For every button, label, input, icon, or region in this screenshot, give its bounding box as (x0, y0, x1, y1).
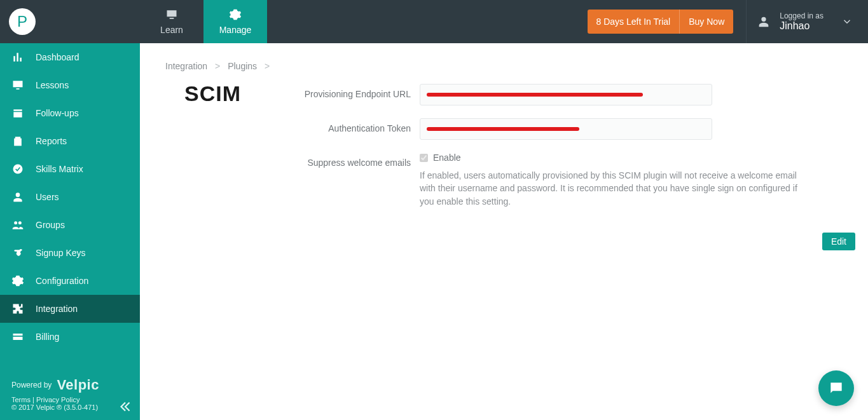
sidebar-item-label: Configuration (36, 276, 88, 286)
people-icon (11, 219, 24, 231)
screen-icon (11, 79, 24, 91)
enable-checkbox[interactable] (420, 154, 428, 162)
sidebar-item-groups[interactable]: Groups (0, 211, 140, 239)
card-icon (11, 330, 24, 343)
user-menu[interactable]: Logged in as Jinhao (746, 0, 868, 43)
collapse-sidebar-button[interactable] (117, 398, 134, 411)
powered-by: Powered by Velpic (11, 377, 134, 393)
person-icon (11, 191, 24, 203)
sidebar-item-followups[interactable]: Follow-ups (0, 99, 140, 127)
row-suppress: Suppress welcome emails Enable If enable… (293, 152, 843, 208)
cog-icon (11, 274, 24, 287)
check-circle-icon (11, 163, 24, 175)
sidebar-item-label: Follow-ups (36, 108, 79, 118)
chat-icon (828, 380, 844, 396)
sidebar-item-label: Skills Matrix (36, 164, 83, 174)
plugin-header-row: SCIM Provisioning Endpoint URL Authentic… (165, 84, 843, 220)
powered-by-label: Powered by (11, 381, 52, 390)
breadcrumb-sep: > (215, 61, 220, 71)
sidebar-item-configuration[interactable]: Configuration (0, 267, 140, 295)
breadcrumb: Integration > Plugins > (165, 61, 843, 71)
key-icon (11, 247, 24, 259)
top-tabs: Learn Manage (140, 0, 267, 43)
form-area: Provisioning Endpoint URL Authentication… (293, 84, 843, 220)
gear-icon (229, 8, 242, 21)
org-avatar[interactable]: P (9, 8, 36, 35)
trial-box: 8 Days Left In Trial Buy Now (588, 10, 734, 34)
token-label: Authentication Token (293, 118, 420, 133)
user-menu-inner: Logged in as Jinhao (757, 11, 823, 32)
sidebar-item-billing[interactable]: Billing (0, 323, 140, 351)
topbar-spacer (267, 0, 588, 43)
scim-logo: SCIM (165, 81, 293, 220)
top-bar: P Learn Manage 8 Days Left In Trial Buy … (0, 0, 868, 43)
trial-box-wrap: 8 Days Left In Trial Buy Now (588, 0, 734, 43)
sidebar-item-skills-matrix[interactable]: Skills Matrix (0, 155, 140, 183)
token-field[interactable] (420, 118, 712, 140)
enable-label: Enable (433, 152, 461, 163)
row-endpoint: Provisioning Endpoint URL (293, 84, 843, 105)
legal-links: Terms | Privacy Policy (11, 396, 134, 403)
user-icon (757, 15, 771, 29)
svg-point-0 (13, 165, 23, 174)
privacy-link[interactable]: Privacy Policy (36, 396, 79, 403)
tab-learn[interactable]: Learn (140, 0, 203, 43)
endpoint-field[interactable] (420, 84, 712, 105)
logged-in-as-label: Logged in as (780, 11, 823, 20)
brand-logo: Velpic (57, 377, 99, 393)
tab-manage-label: Manage (219, 25, 252, 35)
row-token: Authentication Token (293, 118, 843, 140)
sidebar-item-users[interactable]: Users (0, 183, 140, 211)
trial-message: 8 Days Left In Trial (588, 17, 680, 27)
enable-checkbox-row[interactable]: Enable (420, 152, 814, 163)
breadcrumb-integration[interactable]: Integration (165, 61, 207, 71)
suppress-label: Suppress welcome emails (293, 152, 420, 168)
sidebar-item-label: Integration (36, 304, 78, 314)
monitor-icon (165, 8, 178, 21)
sidebar-item-label: Signup Keys (36, 248, 86, 258)
sidebar-item-label: Billing (36, 332, 59, 342)
main-content: Integration > Plugins > SCIM Provisionin… (140, 43, 868, 420)
sidebar-item-label: Groups (36, 220, 65, 230)
sidebar-item-reports[interactable]: Reports (0, 127, 140, 155)
edit-button[interactable]: Edit (822, 233, 855, 250)
sidebar-item-integration[interactable]: Integration (0, 295, 140, 323)
sidebar-item-dashboard[interactable]: Dashboard (0, 43, 140, 71)
org-avatar-wrap: P (0, 0, 140, 43)
sidebar-item-lessons[interactable]: Lessons (0, 71, 140, 99)
chevron-double-left-icon (117, 398, 134, 415)
suppress-help-text: If enabled, users automatically provisio… (420, 169, 814, 208)
sidebar-item-signup-keys[interactable]: Signup Keys (0, 239, 140, 267)
breadcrumb-sep: > (265, 61, 270, 71)
clipboard-icon (11, 135, 24, 147)
redacted-value (427, 93, 643, 97)
calendar-icon (11, 107, 24, 119)
chart-bar-icon (11, 51, 24, 64)
copyright: © 2017 Velpic ® (3.5.0-471) (11, 403, 134, 411)
endpoint-control (420, 84, 712, 105)
sidebar-item-label: Lessons (36, 80, 69, 90)
suppress-control: Enable If enabled, users automatically p… (420, 152, 814, 208)
sidebar-item-label: Users (36, 192, 59, 202)
sidebar: Dashboard Lessons Follow-ups Reports Ski… (0, 43, 140, 420)
chevron-down-icon (841, 16, 853, 27)
terms-link[interactable]: Terms (11, 396, 31, 403)
puzzle-icon (11, 302, 24, 315)
sidebar-item-label: Dashboard (36, 52, 79, 62)
sidebar-footer: Powered by Velpic Terms | Privacy Policy… (11, 377, 134, 411)
buy-now-button[interactable]: Buy Now (680, 17, 733, 27)
tab-manage[interactable]: Manage (203, 0, 267, 43)
redacted-value (427, 127, 579, 131)
tab-learn-label: Learn (160, 25, 183, 35)
chat-launcher[interactable] (818, 370, 854, 406)
sidebar-item-label: Reports (36, 136, 67, 146)
user-text: Logged in as Jinhao (780, 11, 823, 32)
endpoint-label: Provisioning Endpoint URL (293, 84, 420, 99)
token-control (420, 118, 712, 140)
breadcrumb-plugins[interactable]: Plugins (228, 61, 257, 71)
user-name: Jinhao (780, 20, 823, 32)
